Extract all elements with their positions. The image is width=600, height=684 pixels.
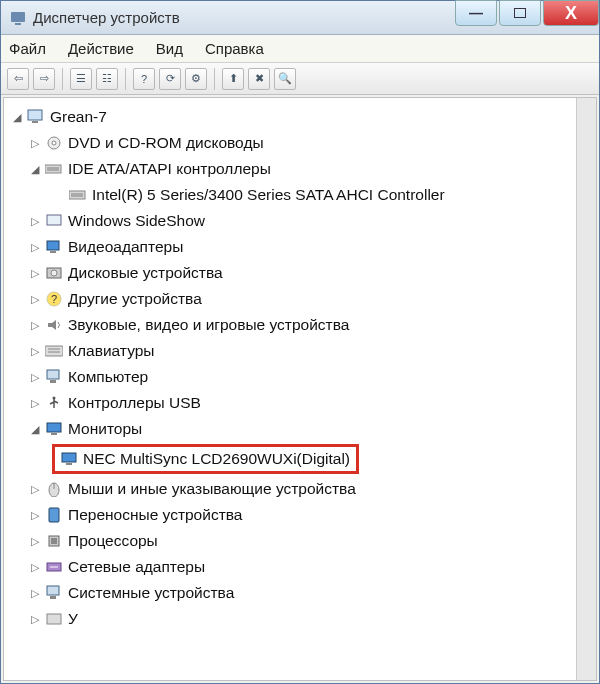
svg-rect-37 [50,596,56,599]
expander-icon[interactable]: ▷ [28,396,42,410]
expander-icon[interactable]: ◢ [28,422,42,436]
menu-file[interactable]: Файл [9,40,46,57]
svg-rect-26 [51,433,57,435]
keyboard-icon [44,342,64,360]
svg-rect-28 [66,463,72,465]
svg-rect-10 [71,193,83,197]
window-buttons: — X [453,1,599,34]
svg-rect-38 [47,614,61,624]
uninstall-button[interactable]: ✖ [248,68,270,90]
monitor-icon [44,420,64,438]
titlebar[interactable]: Диспетчер устройств — X [1,1,599,35]
node-label: IDE ATA/ATAPI контроллеры [68,160,271,178]
expander-icon[interactable]: ◢ [28,162,42,176]
tree-node-other[interactable]: ▷ ? Другие устройства [4,286,576,312]
tree-node-cpu[interactable]: ▷ Процессоры [4,528,576,554]
expander-icon[interactable]: ▷ [28,344,42,358]
content-area: ◢ Grean-7 ▷ DVD и CD-ROM дисководы ◢ IDE… [3,97,597,681]
tree-node-sideshow[interactable]: ▷ Windows SideShow [4,208,576,234]
svg-text:?: ? [51,293,57,305]
network-icon [44,558,64,576]
tree-node-usb[interactable]: ▷ Контроллеры USB [4,390,576,416]
svg-rect-11 [47,215,61,225]
node-label: Клавиатуры [68,342,154,360]
expander-icon[interactable]: ▷ [28,318,42,332]
view-mode2-button[interactable]: ☷ [96,68,118,90]
tree-node-portable[interactable]: ▷ Переносные устройства [4,502,576,528]
expander-icon[interactable]: ▷ [28,560,42,574]
svg-rect-13 [50,251,56,253]
tree-node-ide[interactable]: ◢ IDE ATA/ATAPI контроллеры [4,156,576,182]
tree-node-hid[interactable]: ▷ У [4,606,576,632]
expander-icon[interactable]: ▷ [28,508,42,522]
system-icon [44,584,64,602]
node-label: Мониторы [68,420,142,438]
tree-node-mouse[interactable]: ▷ Мыши и иные указывающие устройства [4,476,576,502]
display-adapter-icon [44,238,64,256]
expander-icon[interactable]: ▷ [28,240,42,254]
node-label: Intel(R) 5 Series/3400 Series SATA AHCI … [92,186,445,204]
node-label: У [68,610,78,628]
svg-rect-1 [15,23,21,25]
scan-hw-button[interactable]: 🔍 [274,68,296,90]
tree-node-audio[interactable]: ▷ Звуковые, видео и игровые устройства [4,312,576,338]
app-icon [9,9,27,27]
svg-rect-23 [50,380,56,383]
tree-node-video[interactable]: ▷ Видеоадаптеры [4,234,576,260]
properties-button[interactable]: ⚙ [185,68,207,90]
expander-icon[interactable]: ▷ [28,534,42,548]
menubar: Файл Действие Вид Справка [1,35,599,63]
node-label: Звуковые, видео и игровые устройства [68,316,349,334]
monitor-icon [59,450,79,468]
pc-icon [44,368,64,386]
node-label: Видеоадаптеры [68,238,183,256]
svg-marker-18 [48,320,56,330]
expander-icon[interactable]: ▷ [28,370,42,384]
expander-icon[interactable]: ▷ [28,292,42,306]
help-button[interactable]: ? [133,68,155,90]
window-title: Диспетчер устройств [33,9,453,26]
portable-icon [44,506,64,524]
tree-node-system[interactable]: ▷ Системные устройства [4,580,576,606]
svg-point-15 [51,270,57,276]
expander-icon[interactable]: ▷ [28,612,42,626]
svg-rect-22 [47,370,59,379]
tree-node-disk[interactable]: ▷ Дисковые устройства [4,260,576,286]
maximize-button[interactable] [499,0,541,26]
menu-view[interactable]: Вид [156,40,183,57]
tree-node-network[interactable]: ▷ Сетевые адаптеры [4,554,576,580]
tree-node-ide-child[interactable]: Intel(R) 5 Series/3400 Series SATA AHCI … [4,182,576,208]
tree-node-monitors[interactable]: ◢ Мониторы [4,416,576,442]
update-button[interactable]: ⬆ [222,68,244,90]
scrollbar[interactable] [576,98,596,680]
tree-node-monitor-child[interactable]: NEC MultiSync LCD2690WUXi(Digital) [52,444,359,474]
cpu-icon [44,532,64,550]
view-mode-button[interactable]: ☰ [70,68,92,90]
expander-icon[interactable]: ▷ [28,136,42,150]
tree-node-dvd[interactable]: ▷ DVD и CD-ROM дисководы [4,130,576,156]
expander-icon[interactable]: ▷ [28,482,42,496]
back-button[interactable]: ⇦ [7,68,29,90]
expander-icon[interactable]: ▷ [28,586,42,600]
scan-button[interactable]: ⟳ [159,68,181,90]
toolbar: ⇦ ⇨ ☰ ☷ ? ⟳ ⚙ ⬆ ✖ 🔍 [1,63,599,95]
expander-icon[interactable]: ▷ [28,214,42,228]
forward-button[interactable]: ⇨ [33,68,55,90]
controller-icon [68,186,88,204]
tree-node-computer[interactable]: ▷ Компьютер [4,364,576,390]
menu-action[interactable]: Действие [68,40,134,57]
unknown-icon: ? [44,290,64,308]
hid-icon [44,610,64,628]
tree-root[interactable]: ◢ Grean-7 [4,104,576,130]
separator [62,68,63,90]
menu-help[interactable]: Справка [205,40,264,57]
svg-rect-4 [32,121,38,123]
close-button[interactable]: X [543,0,599,26]
device-tree[interactable]: ◢ Grean-7 ▷ DVD и CD-ROM дисководы ◢ IDE… [4,98,576,680]
svg-rect-19 [45,346,63,356]
mouse-icon [44,480,64,498]
minimize-button[interactable]: — [455,0,497,26]
expander-icon[interactable]: ▷ [28,266,42,280]
expander-icon[interactable]: ◢ [10,110,24,124]
tree-node-keyboard[interactable]: ▷ Клавиатуры [4,338,576,364]
